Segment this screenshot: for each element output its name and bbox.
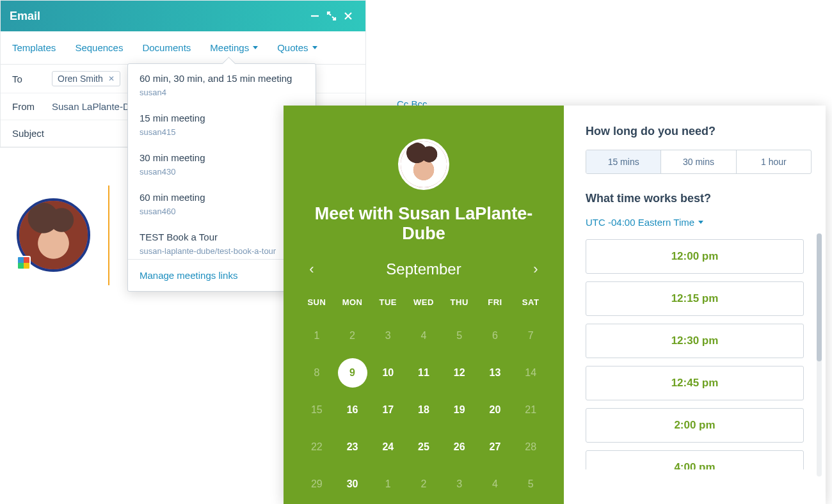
to-label: To [12,74,52,84]
meeting-link-sub: susan430 [140,167,304,177]
timezone-select[interactable]: UTC -04:00 Eastern Time [586,217,812,228]
calendar-day: 1 [370,466,406,503]
weekday-label: WED [406,292,442,317]
calendar-day[interactable]: 30 [335,466,371,503]
window-title: Email [10,10,40,23]
month-label: September [324,260,523,278]
chevron-down-icon [698,221,703,224]
close-icon[interactable] [340,8,356,24]
weekday-label: SUN [299,292,335,317]
calendar-day: 28 [513,429,548,466]
calendar-day[interactable]: 24 [370,429,406,466]
calendar-day[interactable]: 9 [335,354,371,391]
calendar-day: 6 [477,317,513,354]
duration-option[interactable]: 1 hour [736,150,811,173]
meeting-link-sub: susan4 [140,88,304,97]
meeting-link-sub: susan415 [140,127,304,137]
chevron-down-icon [312,46,317,49]
subject-label: Subject [12,128,52,139]
calendar-day: 29 [299,466,335,503]
calendar-day[interactable]: 12 [442,354,477,391]
meeting-link-title: 30 min meeting [140,152,304,163]
weekday-label: TUE [370,292,406,317]
calendar-day: 15 [299,391,335,429]
meeting-link-sub: susan460 [140,207,304,216]
calendar-day: 4 [406,317,442,354]
weekday-label: SAT [513,292,548,317]
tab-sequences[interactable]: Sequences [75,42,123,53]
composer-titlebar: Email [1,1,365,31]
time-slot[interactable]: 12:30 pm [586,324,804,358]
duration-option[interactable]: 15 mins [586,150,660,173]
calendar-day[interactable]: 26 [442,429,477,466]
calendar-day[interactable]: 25 [406,429,442,466]
timezone-label: UTC -04:00 Eastern Time [586,217,694,228]
calendar-day: 2 [335,317,371,354]
host-avatar [398,139,449,190]
calendar-day[interactable]: 27 [477,429,513,466]
from-label: From [12,101,52,112]
meeting-link-sub: susan-laplante-dube/test-book-a-tour [140,246,304,256]
tab-documents[interactable]: Documents [142,42,191,53]
calendar-day[interactable]: 18 [406,391,442,429]
time-slot-list: 12:00 pm12:15 pm12:30 pm12:45 pm2:00 pm4… [586,239,812,469]
scrollbar[interactable] [817,233,822,476]
calendar-day: 8 [299,354,335,391]
meeting-link-title: TEST Book a Tour [140,232,304,242]
meeting-link-item[interactable]: 60 min, 30 min, and 15 min meetingsusan4 [128,64,316,104]
calendar-day[interactable]: 16 [335,391,371,429]
calendar-day: 3 [442,466,477,503]
calendar: SUNMONTUEWEDTHUFRISAT 123456789101112131… [299,292,548,503]
calendar-day[interactable]: 23 [335,429,371,466]
duration-option[interactable]: 30 mins [660,150,735,173]
calendar-day[interactable]: 19 [442,391,477,429]
calendar-day: 1 [299,317,335,354]
time-slot[interactable]: 12:00 pm [586,239,804,274]
active-indicator [108,185,109,285]
next-month-button[interactable]: › [523,261,548,278]
tab-quotes[interactable]: Quotes [277,42,317,53]
calendar-day[interactable]: 11 [406,354,442,391]
calendar-day: 4 [477,466,513,503]
time-heading: What time works best? [586,192,812,205]
duration-segmented: 15 mins30 mins1 hour [586,150,812,174]
composer-tabs: TemplatesSequencesDocumentsMeetingsQuote… [1,31,365,65]
booking-times-pane: How long do you need? 15 mins30 mins1 ho… [564,106,826,504]
calendar-day[interactable]: 13 [477,354,513,391]
meet-title: Meet with Susan LaPlante-Dube [299,204,548,244]
calendar-day: 2 [406,466,442,503]
booking-calendar-pane: Meet with Susan LaPlante-Dube ‹ Septembe… [284,106,564,504]
time-slot[interactable]: 12:45 pm [586,366,804,400]
meeting-link-title: 15 min meeting [140,113,304,123]
minimize-icon[interactable] [307,8,323,24]
weekday-label: THU [442,292,477,317]
booking-panel: Meet with Susan LaPlante-Dube ‹ Septembe… [284,106,826,504]
calendar-day: 22 [299,429,335,466]
meeting-link-title: 60 min meeting [140,192,304,203]
calendar-day[interactable]: 17 [370,391,406,429]
recipient-name: Oren Smith [58,74,103,84]
remove-recipient-icon[interactable]: ✕ [108,74,115,83]
month-nav: ‹ September › [299,260,548,278]
meeting-link-title: 60 min, 30 min, and 15 min meeting [140,73,304,84]
calendar-day[interactable]: 20 [477,391,513,429]
weekday-label: MON [335,292,371,317]
calendar-day: 21 [513,391,548,429]
weekday-label: FRI [477,292,513,317]
calendar-day: 5 [442,317,477,354]
avatar-status-badge [17,256,31,270]
chevron-down-icon [253,46,258,49]
time-slot[interactable]: 2:00 pm [586,408,804,443]
duration-heading: How long do you need? [586,125,812,138]
tab-meetings[interactable]: Meetings [210,42,258,53]
calendar-day[interactable]: 10 [370,354,406,391]
time-slot[interactable]: 4:00 pm [586,450,804,469]
calendar-day: 7 [513,317,548,354]
recipient-chip[interactable]: Oren Smith ✕ [52,71,120,86]
calendar-day: 5 [513,466,548,503]
tab-templates[interactable]: Templates [12,42,56,53]
calendar-day: 14 [513,354,548,391]
expand-icon[interactable] [323,8,340,24]
time-slot[interactable]: 12:15 pm [586,281,804,316]
prev-month-button[interactable]: ‹ [299,261,324,278]
